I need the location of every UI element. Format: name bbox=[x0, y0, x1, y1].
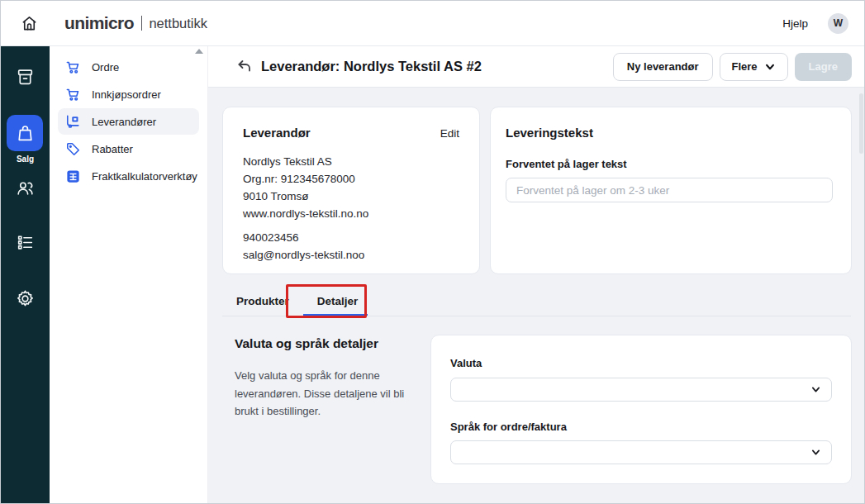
chevron-down-icon bbox=[810, 384, 821, 395]
sidebar-item-label: Innkjøpsordrer bbox=[92, 88, 161, 101]
expected-stock-label: Forventet på lager tekst bbox=[506, 158, 833, 170]
supplier-name: Nordlys Tekstil AS bbox=[243, 153, 459, 170]
help-link[interactable]: Hjelp bbox=[782, 17, 808, 30]
home-button[interactable] bbox=[17, 11, 41, 36]
home-icon bbox=[20, 14, 39, 33]
sidebar-item-label: Fraktkalkulatorverktøy bbox=[92, 170, 197, 183]
sidebar-item-ordre[interactable]: Ordre bbox=[58, 54, 199, 80]
sidebar-item-label: Leverandører bbox=[92, 116, 156, 128]
delivery-card-title: Leveringstekst bbox=[506, 126, 833, 140]
logo-divider bbox=[141, 16, 143, 31]
supplier-website: www.nordlys-tekstil.no.no bbox=[243, 205, 459, 222]
topbar: unimicro nettbutikk Hjelp W bbox=[1, 1, 864, 46]
user-avatar[interactable]: W bbox=[828, 13, 848, 34]
currency-label: Valuta bbox=[450, 357, 482, 369]
sidebar-item-fraktkalkulatorverktoy[interactable]: Fraktkalkulatorverktøy bbox=[58, 163, 199, 189]
sidebar: Ordre Innkjøpsordrer Leve bbox=[50, 46, 208, 504]
cart-icon bbox=[65, 59, 81, 75]
header-actions: Ny leverandør Flere Lagre bbox=[613, 53, 852, 81]
supplier-card: Leverandør Edit Nordlys Tekstil AS Org.n… bbox=[222, 107, 480, 274]
supplier-phone: 940023456 bbox=[243, 229, 459, 246]
vertical-scrollbar[interactable] bbox=[859, 93, 863, 154]
back-button[interactable] bbox=[235, 58, 253, 76]
tab-detaljer[interactable]: Detaljer bbox=[303, 286, 373, 316]
checklist-icon[interactable] bbox=[15, 232, 36, 253]
topbar-right: Hjelp W bbox=[782, 13, 864, 34]
supplier-email: salg@nordlys-tekstil.noo bbox=[243, 246, 459, 264]
cart-icon bbox=[65, 87, 81, 102]
settings-gear-icon[interactable] bbox=[15, 288, 36, 309]
customers-icon[interactable] bbox=[15, 178, 36, 198]
language-label: Språk for ordre/faktura bbox=[450, 421, 832, 433]
dolly-icon bbox=[65, 114, 81, 130]
archive-icon[interactable] bbox=[15, 67, 36, 88]
logo-primary-text: unimicro bbox=[64, 13, 134, 33]
sidebar-item-leverandorer[interactable]: Leverandører bbox=[58, 108, 199, 135]
back-arrow-icon bbox=[235, 59, 252, 75]
chevron-down-icon bbox=[810, 447, 821, 458]
app-window: unimicro nettbutikk Hjelp W Sal bbox=[0, 0, 865, 504]
page-header: Leverandør: Nordlys Tekstil AS #2 Ny lev… bbox=[208, 46, 865, 88]
expected-stock-input[interactable] bbox=[506, 178, 833, 202]
sidebar-item-innkjopsordrer[interactable]: Innkjøpsordrer bbox=[58, 81, 199, 107]
tab-produkter[interactable]: Produkter bbox=[222, 286, 303, 316]
language-select[interactable] bbox=[450, 440, 832, 464]
supplier-org-nr: Org.nr: 912345678000 bbox=[243, 170, 459, 188]
logo-secondary-text: nettbutikk bbox=[149, 16, 207, 31]
new-supplier-button[interactable]: Ny leverandør bbox=[613, 53, 713, 81]
section-description: Velg valuta og språk for denne leverandø… bbox=[235, 367, 418, 421]
sales-nav-selected[interactable] bbox=[7, 115, 43, 151]
supplier-address: 9010 Tromsø bbox=[243, 188, 459, 205]
sidebar-item-label: Rabatter bbox=[92, 143, 133, 155]
page-title: Leverandør: Nordlys Tekstil AS #2 bbox=[261, 59, 482, 74]
supplier-card-title: Leverandør bbox=[243, 126, 311, 140]
section-heading: Valuta og språk detaljer bbox=[235, 336, 378, 351]
chevron-down-icon bbox=[764, 61, 776, 73]
tab-divider bbox=[222, 316, 851, 316]
currency-language-card: Valuta Språk for ordre/faktura bbox=[430, 335, 852, 484]
shopping-bag-icon bbox=[15, 123, 36, 144]
edit-link[interactable]: Edit bbox=[440, 127, 459, 140]
sidebar-item-rabatter[interactable]: Rabatter bbox=[58, 136, 199, 162]
brand-logo[interactable]: unimicro nettbutikk bbox=[64, 13, 207, 33]
supplier-contact-block: 940023456 salg@nordlys-tekstil.noo bbox=[243, 229, 459, 264]
tag-icon bbox=[65, 141, 81, 157]
main-content: Leverandør: Nordlys Tekstil AS #2 Ny lev… bbox=[208, 46, 865, 504]
more-button-label: Flere bbox=[732, 60, 758, 73]
delivery-text-card: Leveringstekst Forventet på lager tekst bbox=[490, 107, 852, 274]
icon-rail: Salg bbox=[1, 46, 50, 504]
sidebar-item-label: Ordre bbox=[92, 61, 119, 74]
scroll-up-arrow-icon[interactable] bbox=[195, 49, 203, 54]
calculator-icon bbox=[65, 169, 81, 184]
sales-nav-label: Salg bbox=[1, 155, 50, 164]
save-button[interactable]: Lagre bbox=[795, 53, 852, 81]
currency-select[interactable] bbox=[450, 378, 832, 402]
tab-bar: Produkter Detaljer bbox=[222, 286, 372, 316]
more-button[interactable]: Flere bbox=[720, 53, 788, 81]
supplier-address-block: Nordlys Tekstil AS Org.nr: 912345678000 … bbox=[243, 153, 459, 222]
